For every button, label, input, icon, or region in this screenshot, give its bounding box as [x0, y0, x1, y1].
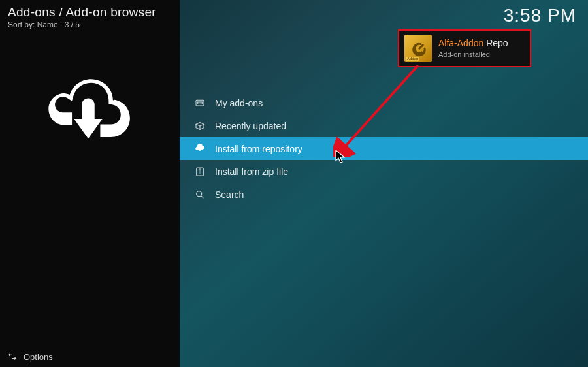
menu-item-install-from-repository[interactable]: Install from repository	[180, 137, 588, 160]
cloud-download-icon	[46, 69, 131, 147]
box-open-icon	[194, 120, 206, 132]
options-icon	[7, 351, 18, 362]
notification-title-rest: Repo	[483, 38, 508, 48]
app-root: Add-ons / Add-on browser Sort by: Name ·…	[0, 0, 588, 367]
sort-indicator: Sort by: Name · 3 / 5	[8, 20, 156, 29]
notification-title-highlight: Alfa-Addon	[438, 38, 483, 48]
options-label: Options	[24, 352, 53, 362]
addon-logo-icon: Addon	[404, 35, 432, 62]
addon-logo-label: Addon	[406, 57, 419, 61]
notification-title: Alfa-Addon Repo	[438, 38, 508, 49]
my-addons-icon	[194, 97, 206, 109]
menu-item-label: Install from repository	[215, 144, 302, 154]
zip-file-icon	[194, 166, 206, 178]
menu-item-label: Install from zip file	[215, 167, 288, 177]
menu-item-label: Recently updated	[215, 121, 286, 131]
svg-point-3	[197, 191, 202, 196]
svg-rect-1	[198, 102, 203, 104]
clock: 3:58 PM	[504, 5, 576, 26]
menu-item-search[interactable]: Search	[180, 183, 588, 206]
notification-subtitle: Add-on installed	[438, 50, 508, 59]
svg-rect-0	[196, 100, 204, 106]
menu-list: My add-ons Recently updated Install from…	[180, 91, 588, 206]
breadcrumb: Add-ons / Add-on browser	[8, 5, 156, 20]
notification-text: Alfa-Addon Repo Add-on installed	[438, 38, 508, 59]
cloud-download-icon	[194, 143, 206, 155]
menu-item-my-addons[interactable]: My add-ons	[180, 91, 588, 114]
menu-item-recently-updated[interactable]: Recently updated	[180, 114, 588, 137]
header: Add-ons / Add-on browser Sort by: Name ·…	[8, 5, 156, 29]
search-icon	[194, 189, 206, 200]
sidebar	[0, 0, 180, 367]
options-button[interactable]: Options	[0, 346, 180, 367]
menu-item-label: My add-ons	[215, 98, 263, 108]
notification-toast: Addon Alfa-Addon Repo Add-on installed	[398, 29, 531, 67]
menu-item-label: Search	[215, 189, 244, 200]
menu-item-install-from-zip[interactable]: Install from zip file	[180, 160, 588, 183]
